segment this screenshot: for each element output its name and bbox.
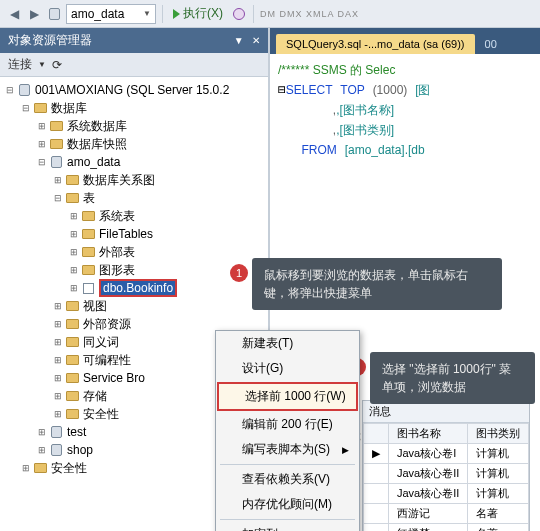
table-row: Java核心卷II计算机 bbox=[364, 464, 529, 484]
refresh-icon[interactable]: ⟳ bbox=[52, 58, 62, 72]
database-combo[interactable]: amo_data▼ bbox=[66, 4, 156, 24]
results-grid: 消息 图书名称图书类别 ▶Java核心卷I计算机 Java核心卷II计算机 Ja… bbox=[362, 400, 530, 531]
tab-other[interactable]: 00 bbox=[479, 34, 503, 54]
panel-menu-icon[interactable]: ▼ ✕ bbox=[234, 35, 260, 46]
table-row: ▶Java核心卷I计算机 bbox=[364, 444, 529, 464]
nav-back-icon[interactable]: ◀ bbox=[6, 6, 22, 22]
connect-button[interactable]: 连接 bbox=[8, 56, 32, 73]
ctx-design[interactable]: 设计(G) bbox=[216, 356, 359, 381]
ctx-select-1000[interactable]: 选择前 1000 行(W) bbox=[217, 382, 358, 411]
main-toolbar: ◀ ▶ amo_data▼ 执行(X) DM DMX XMLA DAX bbox=[0, 0, 540, 28]
ctx-mem[interactable]: 内存优化顾问(M) bbox=[216, 492, 359, 517]
grid-header: 消息 bbox=[363, 401, 529, 423]
badge-1-icon: 1 bbox=[230, 264, 248, 282]
panel-header: 对象资源管理器 ▼ ✕ bbox=[0, 28, 268, 53]
table-row: 红楼梦名著 bbox=[364, 524, 529, 532]
play-icon bbox=[173, 9, 180, 19]
ctx-script[interactable]: 编写表脚本为(S)▶ bbox=[216, 437, 359, 462]
callout-2: 2 选择 "选择前 1000行" 菜单项，浏览数据 bbox=[370, 352, 535, 404]
callout-1: 1 鼠标移到要浏览的数据表，单击鼠标右键，将弹出快捷菜单 bbox=[252, 258, 502, 310]
db-select-icon[interactable] bbox=[46, 6, 62, 22]
table-row: Java核心卷II计算机 bbox=[364, 484, 529, 504]
tab-query[interactable]: SQLQuery3.sql -...mo_data (sa (69)) bbox=[276, 34, 475, 54]
table-row: 西游记名著 bbox=[364, 504, 529, 524]
execute-button[interactable]: 执行(X) bbox=[169, 5, 227, 22]
ctx-encrypt[interactable]: 加密列... bbox=[216, 522, 359, 531]
tree-node-bookinfo[interactable]: ⊞dbo.Bookinfo bbox=[0, 279, 268, 297]
nav-fwd-icon[interactable]: ▶ bbox=[26, 6, 42, 22]
ctx-new-table[interactable]: 新建表(T) bbox=[216, 331, 359, 356]
sql-code[interactable]: /****** SSMS 的 Selec ⊟SELECT TOP (1000) … bbox=[270, 54, 540, 166]
context-menu: 新建表(T) 设计(G) 选择前 1000 行(W) 编辑前 200 行(E) … bbox=[215, 330, 360, 531]
lang-labels: DM DMX XMLA DAX bbox=[260, 9, 359, 19]
ctx-deps[interactable]: 查看依赖关系(V) bbox=[216, 467, 359, 492]
ctx-edit-200[interactable]: 编辑前 200 行(E) bbox=[216, 412, 359, 437]
debug-icon[interactable] bbox=[231, 6, 247, 22]
